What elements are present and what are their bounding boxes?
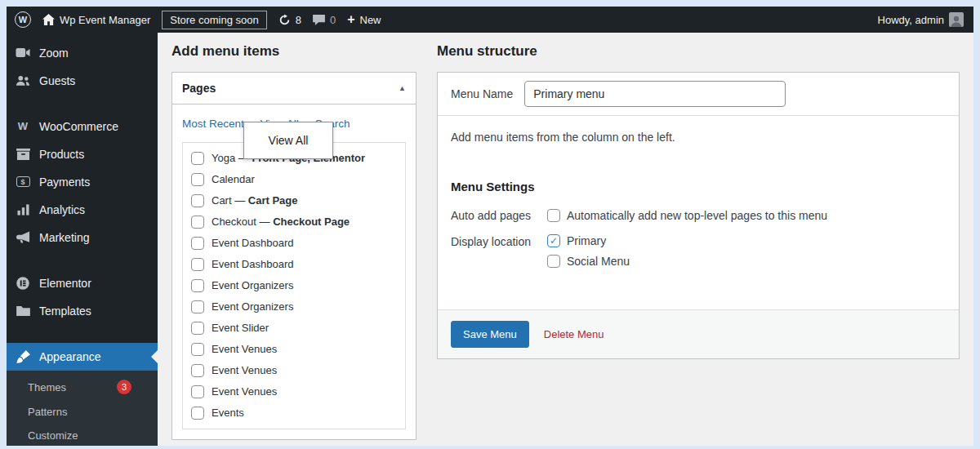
- admin-sidebar: Zoom Guests WooCommerce Products: [7, 33, 158, 446]
- page-checkbox[interactable]: [191, 194, 204, 207]
- page-list-item[interactable]: Event Organizers: [183, 275, 405, 296]
- page-checkbox[interactable]: [191, 152, 204, 165]
- woocommerce-icon: [15, 119, 31, 133]
- wordpress-admin: Wp Event Manager Store coming soon 8 0 N…: [7, 7, 973, 446]
- view-all-floating-box[interactable]: View All: [243, 122, 333, 159]
- sidebar-item-label: WooCommerce: [39, 120, 118, 133]
- tab-most-recent[interactable]: Most Recent: [182, 118, 244, 130]
- page-list-item[interactable]: Event Venues: [183, 339, 405, 360]
- sidebar-item-appearance[interactable]: Appearance: [7, 343, 158, 371]
- auto-add-pages-label: Auto add pages: [451, 208, 547, 222]
- page-checkbox[interactable]: [191, 258, 204, 271]
- page-list-item[interactable]: Event Dashboard: [183, 254, 405, 275]
- wordpress-logo-icon[interactable]: [15, 11, 31, 28]
- update-count: 8: [296, 14, 301, 26]
- collapse-arrow-icon[interactable]: [399, 84, 406, 92]
- page-list-item[interactable]: Checkout — Checkout Page: [183, 211, 405, 233]
- auto-add-checkbox[interactable]: [547, 209, 560, 222]
- social-location-label: Social Menu: [567, 255, 630, 268]
- sidebar-item-label: Appearance: [39, 350, 101, 363]
- comment-icon: [313, 15, 325, 25]
- updates-link[interactable]: 8: [278, 14, 301, 26]
- sidebar-item-label: Zoom: [39, 47, 69, 60]
- page-list-item[interactable]: Event Slider: [183, 318, 405, 339]
- sidebar-item-guests[interactable]: Guests: [7, 67, 158, 95]
- sidebar-item-products[interactable]: Products: [7, 140, 158, 168]
- page-checkbox[interactable]: [191, 343, 204, 356]
- sidebar-item-elementor[interactable]: Elementor: [7, 269, 158, 297]
- menu-structure-heading: Menu structure: [437, 43, 960, 60]
- social-location-checkbox[interactable]: [547, 255, 560, 268]
- delete-menu-link[interactable]: Delete Menu: [544, 328, 604, 340]
- comments-link[interactable]: 0: [313, 14, 336, 26]
- sidebar-item-label: Templates: [39, 305, 91, 318]
- primary-location-label: Primary: [567, 234, 606, 247]
- page-label: Event Dashboard: [212, 257, 293, 272]
- page-checkbox[interactable]: [191, 216, 204, 229]
- store-coming-soon-badge[interactable]: Store coming soon: [162, 11, 266, 29]
- avatar: [949, 12, 964, 27]
- page-checkbox[interactable]: [191, 322, 204, 335]
- menu-card-footer: Save Menu Delete Menu: [438, 309, 959, 358]
- page-list-item[interactable]: Event Venues: [183, 360, 405, 381]
- menu-structure-column: Menu structure Menu Name Add menu items …: [437, 43, 960, 446]
- menu-name-row: Menu Name: [438, 73, 959, 116]
- new-label: New: [360, 14, 381, 26]
- page-checkbox[interactable]: [191, 364, 204, 377]
- page-list-item[interactable]: Cart — Cart Page: [183, 190, 405, 211]
- howdy-text: Howdy, admin: [878, 14, 944, 26]
- page-label: Event Organizers: [212, 278, 293, 293]
- page-checkbox[interactable]: [191, 300, 204, 313]
- sidebar-item-payments[interactable]: Payments: [7, 168, 158, 196]
- sidebar-item-analytics[interactable]: Analytics: [7, 196, 158, 224]
- appearance-submenu: Themes 3 Patterns Customize: [7, 371, 158, 446]
- page-frame: Wp Event Manager Store coming soon 8 0 N…: [0, 0, 980, 449]
- page-checkbox[interactable]: [191, 385, 204, 398]
- page-label: Checkout — Checkout Page: [212, 215, 350, 229]
- admin-bar: Wp Event Manager Store coming soon 8 0 N…: [7, 7, 973, 33]
- new-content-link[interactable]: New: [347, 13, 381, 26]
- location-primary-option[interactable]: Primary: [547, 234, 630, 247]
- page-list-item[interactable]: Event Venues: [183, 381, 405, 402]
- pages-panel-header[interactable]: Pages: [172, 73, 416, 104]
- save-menu-button[interactable]: Save Menu: [451, 321, 529, 348]
- sidebar-item-label: Products: [39, 148, 84, 161]
- submenu-item-themes[interactable]: Themes 3: [7, 374, 158, 400]
- primary-location-checkbox[interactable]: [547, 234, 560, 247]
- home-icon: [42, 14, 55, 25]
- submenu-item-customize[interactable]: Customize: [7, 424, 158, 446]
- page-label: Event Slider: [212, 321, 269, 336]
- submenu-item-patterns[interactable]: Patterns: [7, 400, 158, 424]
- menu-name-label: Menu Name: [451, 87, 513, 100]
- admin-bar-right: Howdy, admin: [878, 12, 973, 27]
- page-checkbox[interactable]: [191, 173, 204, 186]
- sidebar-item-woocommerce[interactable]: WooCommerce: [7, 113, 158, 140]
- page-checkbox[interactable]: [191, 279, 204, 292]
- sidebar-item-zoom[interactable]: Zoom: [7, 39, 158, 67]
- sidebar-item-templates[interactable]: Templates: [7, 297, 158, 325]
- site-link[interactable]: Wp Event Manager: [42, 14, 150, 26]
- account-link[interactable]: Howdy, admin: [878, 12, 964, 27]
- appearance-brush-icon: [15, 349, 31, 363]
- page-list-item[interactable]: Event Dashboard: [183, 233, 405, 254]
- analytics-icon: [15, 202, 31, 216]
- page-checkbox[interactable]: [191, 407, 204, 420]
- display-location-row: Display location Primary Social Menu: [451, 234, 946, 268]
- page-label: Cart — Cart Page: [212, 193, 298, 208]
- page-list-item[interactable]: Events: [183, 402, 405, 424]
- templates-folder-icon: [15, 304, 31, 318]
- sidebar-item-marketing[interactable]: Marketing: [7, 224, 158, 251]
- marketing-icon: [15, 230, 31, 244]
- admin-bar-left: Wp Event Manager Store coming soon 8 0 N…: [7, 11, 381, 29]
- page-list-item[interactable]: Event Organizers: [183, 296, 405, 318]
- menu-name-input[interactable]: [524, 81, 786, 107]
- location-social-option[interactable]: Social Menu: [547, 255, 630, 268]
- page-checkbox[interactable]: [191, 237, 204, 250]
- page-list-item[interactable]: Calendar: [183, 169, 405, 190]
- sidebar-group: Elementor Templates: [7, 269, 158, 325]
- menu-settings-section: Menu Settings Auto add pages Automatical…: [438, 180, 959, 309]
- page-label: Calendar: [212, 172, 255, 187]
- sidebar-item-label: Analytics: [39, 203, 85, 216]
- auto-add-pages-option[interactable]: Automatically add new top-level pages to…: [547, 208, 827, 222]
- pages-panel-title: Pages: [182, 82, 216, 95]
